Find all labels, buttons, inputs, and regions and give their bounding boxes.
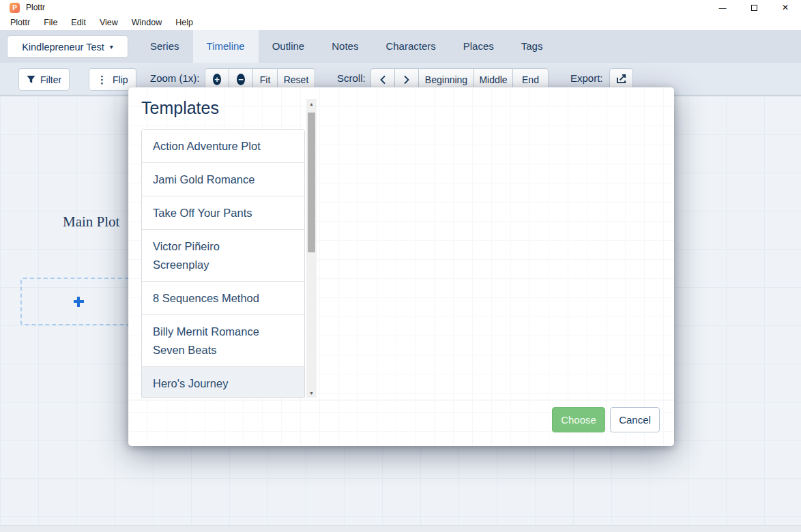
choose-button[interactable]: Choose (552, 407, 605, 432)
template-item-label: Billy Mernit Romance Seven Beats (153, 323, 273, 359)
scroll-label: Scroll: (337, 72, 366, 84)
cancel-button[interactable]: Cancel (610, 407, 660, 432)
tab-timeline[interactable]: Timeline (193, 30, 259, 63)
menu-file[interactable]: File (37, 15, 64, 30)
scrollbar-thumb[interactable] (308, 113, 315, 252)
template-item-label: Jami Gold Romance (153, 171, 254, 189)
tab-notes[interactable]: Notes (318, 30, 372, 63)
tab-bar: Kindlepreneur Test ▾ SeriesTimelineOutli… (0, 30, 801, 63)
tab-characters[interactable]: Characters (372, 30, 449, 63)
window-controls: — ✕ (707, 0, 801, 15)
template-item-label: Hero's Journey (153, 374, 228, 393)
zoom-in-icon: + (213, 74, 221, 85)
footer-divider (128, 400, 674, 400)
template-item-label: Victor Piñeiro Screenplay (153, 237, 273, 274)
tab-outline[interactable]: Outline (259, 30, 319, 63)
funnel-icon (27, 75, 35, 84)
template-item[interactable]: Jami Gold Romance (142, 162, 304, 196)
flip-label: Flip (113, 74, 128, 85)
template-list: Action Adventure Plot Jami Gold Romance … (141, 129, 305, 398)
template-item[interactable]: Billy Mernit Romance Seven Beats (142, 314, 304, 366)
modal-scrollbar[interactable]: ▲ ▼ (306, 99, 317, 398)
modal-title: Templates (141, 98, 219, 118)
add-scene-card[interactable] (20, 278, 136, 325)
templates-modal: Templates Action Adventure Plot Jami Gol… (128, 87, 674, 446)
tab-strip: SeriesTimelineOutlineNotesCharactersPlac… (136, 30, 556, 63)
title-bar: P Plottr — ✕ (0, 0, 801, 15)
plottr-app-icon: P (10, 3, 20, 13)
project-selector-button[interactable]: Kindlepreneur Test ▾ (7, 35, 128, 58)
menu-view[interactable]: View (93, 15, 125, 30)
template-item-label: Take Off Your Pants (153, 204, 252, 222)
reset-label: Reset (284, 74, 309, 85)
menu-window[interactable]: Window (125, 15, 169, 30)
template-item[interactable]: 8 Sequences Method (142, 281, 304, 314)
menu-help[interactable]: Help (169, 15, 200, 30)
scrollbar-up-icon[interactable]: ▲ (306, 99, 317, 108)
horizontal-scrollbar[interactable] (0, 525, 801, 532)
export-icon (616, 74, 626, 86)
window-title: Plottr (26, 3, 45, 12)
beginning-label: Beginning (425, 74, 467, 85)
template-item[interactable]: Action Adventure Plot (142, 130, 304, 162)
tab-series[interactable]: Series (136, 30, 193, 63)
maximize-icon[interactable] (738, 0, 770, 15)
chevron-right-icon (403, 75, 410, 85)
tab-places[interactable]: Places (450, 30, 508, 63)
template-item-label: Action Adventure Plot (153, 137, 261, 156)
end-label: End (522, 74, 539, 85)
fit-label: Fit (260, 74, 271, 85)
minimize-icon[interactable]: — (707, 0, 738, 15)
middle-label: Middle (479, 74, 507, 85)
chevron-left-icon (379, 75, 386, 85)
filter-label: Filter (40, 74, 61, 85)
chevron-down-icon: ▾ (110, 43, 113, 50)
plotline-title[interactable]: Main Plot (63, 213, 119, 231)
template-item[interactable]: Victor Piñeiro Screenplay (142, 229, 304, 281)
zoom-label: Zoom (1x): (150, 72, 200, 84)
filter-button[interactable]: Filter (18, 68, 70, 91)
template-item[interactable]: Hero's Journey (142, 366, 304, 398)
plus-icon (74, 297, 84, 307)
menu-plottr[interactable]: Plottr (3, 15, 37, 30)
template-item-label: 8 Sequences Method (153, 289, 259, 308)
project-selector-label: Kindlepreneur Test (22, 42, 104, 53)
menu-bar: PlottrFileEditViewWindowHelp (0, 15, 801, 30)
kebab-icon: ⋮ (97, 74, 107, 86)
template-item[interactable]: Take Off Your Pants (142, 196, 304, 229)
menu-edit[interactable]: Edit (64, 15, 93, 30)
maximize-box (751, 5, 757, 11)
zoom-out-icon: − (237, 74, 245, 85)
close-icon[interactable]: ✕ (770, 0, 801, 15)
scrollbar-down-icon[interactable]: ▼ (306, 388, 317, 398)
tab-tags[interactable]: Tags (508, 30, 557, 63)
export-label: Export: (570, 72, 603, 84)
